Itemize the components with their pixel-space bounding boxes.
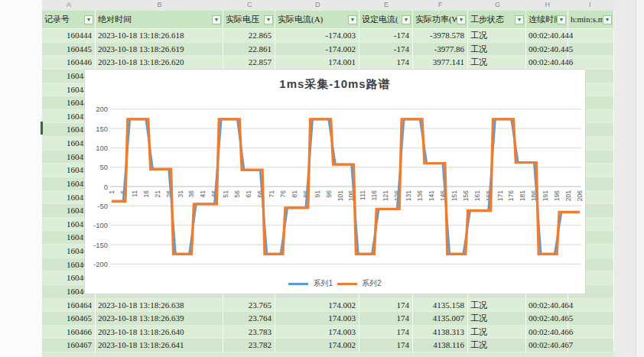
x-axis-tick-label: 206 <box>576 190 584 201</box>
table-cell[interactable]: 4135.007 <box>413 312 468 326</box>
table-cell[interactable]: 174 <box>359 312 413 326</box>
table-cell[interactable]: -3977.86 <box>413 43 468 57</box>
table-cell[interactable]: 160445 <box>42 43 96 57</box>
table-cell[interactable]: 2023-10-18 13:18:26.638 <box>96 299 223 313</box>
filter-arrow-icon[interactable]: ▼ <box>348 15 357 24</box>
table-cell[interactable]: 工况 <box>468 299 526 313</box>
table-cell[interactable] <box>568 339 614 352</box>
table-cell[interactable]: 2023-10-18 13:18:26.620 <box>96 56 223 70</box>
column-header-7[interactable]: 工步状态▼ <box>468 11 526 29</box>
table-cell[interactable]: 00:02:40.446 <box>526 56 568 70</box>
table-cell[interactable]: 160464 <box>42 299 96 313</box>
vertical-scrollbar[interactable] <box>636 0 644 357</box>
table-cell[interactable]: 2023-10-18 13:18:26.619 <box>96 43 223 57</box>
table-cell[interactable]: 工况 <box>468 339 526 352</box>
table-cell[interactable]: 22.865 <box>223 29 275 43</box>
table-cell[interactable]: 22.857 <box>223 56 275 70</box>
table-cell[interactable]: 00:02:40.466 <box>526 326 568 339</box>
column-letter-G[interactable]: G <box>495 1 500 8</box>
column-letter-E[interactable]: E <box>384 1 389 8</box>
table-cell[interactable]: 174.002 <box>275 339 359 352</box>
table-cell[interactable]: 4138.116 <box>413 339 468 352</box>
table-cell[interactable]: 160444 <box>42 29 96 43</box>
column-letter-H[interactable]: H <box>545 1 551 8</box>
table-cell[interactable] <box>568 299 614 313</box>
table-cell[interactable]: 2023-10-18 13:18:26.640 <box>96 326 223 339</box>
table-cell[interactable]: 174.003 <box>275 326 359 339</box>
table-cell[interactable]: -174.002 <box>275 43 359 57</box>
table-cell[interactable]: -174 <box>359 29 413 43</box>
table-cell[interactable] <box>568 312 614 326</box>
chart-plot-area: 200150100500-50-100-150-2001611162126313… <box>85 70 585 294</box>
table-cell[interactable]: -174 <box>359 43 413 57</box>
column-letter-I[interactable]: I <box>589 1 591 8</box>
table-cell[interactable]: 工况 <box>468 29 526 43</box>
cell-value: 174.001 <box>328 57 356 67</box>
column-letter-A[interactable]: A <box>67 1 71 8</box>
filter-arrow-icon[interactable]: ▼ <box>603 15 612 24</box>
table-cell[interactable]: 22.861 <box>223 43 275 57</box>
column-header-1[interactable]: 记录号▼ <box>42 11 96 29</box>
column-header-9[interactable]: h:min:s.ms▼ <box>568 11 614 29</box>
table-cell[interactable]: -3978.578 <box>413 29 468 43</box>
table-cell[interactable]: 160465 <box>42 312 96 326</box>
table-cell[interactable]: 4135.158 <box>413 299 468 313</box>
filter-arrow-icon[interactable]: ▼ <box>264 15 273 24</box>
column-letter-F[interactable]: F <box>438 1 443 8</box>
cell-value: 22.861 <box>249 44 272 54</box>
table-cell[interactable] <box>568 43 614 57</box>
filter-arrow-icon[interactable]: ▼ <box>557 15 566 24</box>
table-cell[interactable]: 174.003 <box>275 312 359 326</box>
cell-value: 2023-10-18 13:18:26.638 <box>98 300 184 310</box>
table-cell[interactable]: 23.765 <box>223 299 275 313</box>
table-cell[interactable]: 2023-10-18 13:18:26.639 <box>96 312 223 326</box>
cell-value: 160446 <box>67 57 92 67</box>
filter-arrow-icon[interactable]: ▼ <box>515 15 524 24</box>
table-cell[interactable]: 工况 <box>468 312 526 326</box>
column-letter-B[interactable]: B <box>158 1 162 8</box>
filter-arrow-icon[interactable]: ▼ <box>402 15 411 24</box>
column-header-6[interactable]: 实际功率(W▼ <box>413 11 468 29</box>
table-cell[interactable]: 工况 <box>468 326 526 339</box>
column-header-4[interactable]: 实际电流(A)▼ <box>275 11 359 29</box>
column-letter-D[interactable]: D <box>315 1 320 8</box>
table-cell[interactable]: 160467 <box>42 339 96 352</box>
table-cell[interactable]: 00:02:40.465 <box>526 312 568 326</box>
table-cell[interactable]: 00:02:40.467 <box>526 339 568 352</box>
table-cell[interactable]: 工况 <box>468 43 526 57</box>
table-cell[interactable]: 00:02:40.464 <box>526 299 568 313</box>
table-cell[interactable] <box>568 29 614 43</box>
filter-arrow-icon[interactable]: ▼ <box>457 15 466 24</box>
column-header-3[interactable]: 实际电压▼ <box>223 11 275 29</box>
table-cell[interactable]: 00:02:40.444 <box>526 29 568 43</box>
table-cell[interactable]: 174.001 <box>275 56 359 70</box>
table-cell[interactable]: 174 <box>359 326 413 339</box>
table-cell[interactable]: 174 <box>359 339 413 352</box>
column-header-8[interactable]: 连续时间▼ <box>526 11 568 29</box>
table-cell[interactable]: 174 <box>359 299 413 313</box>
table-cell[interactable]: 23.782 <box>223 339 275 352</box>
table-cell[interactable]: 2023-10-18 13:18:26.618 <box>96 29 223 43</box>
filter-arrow-icon[interactable]: ▼ <box>84 15 93 24</box>
filter-arrow-icon[interactable]: ▼ <box>212 15 221 24</box>
table-cell[interactable]: 174.002 <box>275 299 359 313</box>
x-axis-tick-label: 81 <box>291 190 298 198</box>
table-cell[interactable] <box>568 56 614 70</box>
column-header-2[interactable]: 绝对时间▼ <box>96 11 223 29</box>
table-cell[interactable]: 4138.313 <box>413 326 468 339</box>
table-cell[interactable]: 23.764 <box>223 312 275 326</box>
table-cell[interactable]: 2023-10-18 13:18:26.641 <box>96 339 223 352</box>
table-cell[interactable] <box>568 326 614 339</box>
column-letter-C[interactable]: C <box>247 1 252 8</box>
embedded-chart[interactable]: 1ms采集-10ms路谱 200150100500-50-100-150-200… <box>84 69 586 294</box>
table-cell[interactable]: -174.003 <box>275 29 359 43</box>
cell-value: 00:02:40.465 <box>529 313 573 323</box>
table-cell[interactable]: 00:02:40.445 <box>526 43 568 57</box>
table-cell[interactable]: 3977.141 <box>413 56 468 70</box>
table-cell[interactable]: 174 <box>359 56 413 70</box>
table-cell[interactable]: 工况 <box>468 56 526 70</box>
table-cell[interactable]: 160466 <box>42 326 96 339</box>
column-header-5[interactable]: 设定电流(▼ <box>359 11 413 29</box>
table-cell[interactable]: 160446 <box>42 56 96 70</box>
table-cell[interactable]: 23.783 <box>223 326 275 339</box>
